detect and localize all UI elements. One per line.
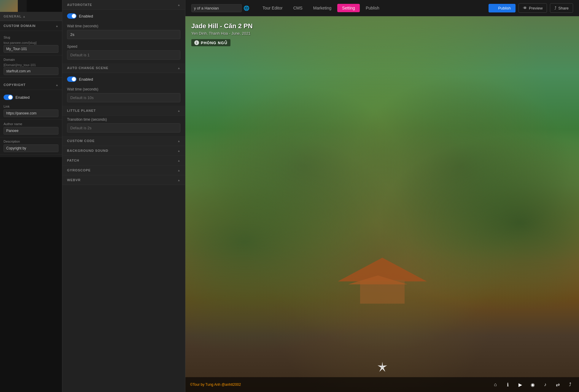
- general-section-header: GENERAL ▲: [0, 12, 62, 21]
- description-input[interactable]: [4, 144, 58, 152]
- little-planet-chevron: ▲: [177, 109, 180, 112]
- info-icon: i: [194, 40, 199, 45]
- tab-tour-editor[interactable]: Tour Editor: [258, 4, 287, 12]
- copyright-title: COPYRIGHT: [4, 83, 26, 87]
- autorotate-chevron: ▲: [177, 3, 180, 7]
- copyright-text: ©Tour by Tung Anh @anhtt2002: [190, 383, 241, 387]
- speed-input[interactable]: [67, 50, 180, 60]
- domain-hint: [Domain]/my_tour-101: [4, 63, 58, 67]
- thumb-item[interactable]: [0, 0, 18, 12]
- share-button[interactable]: ⤴ Share: [550, 3, 573, 13]
- preview-bottom-bar: ©Tour by Tung Anh @anhtt2002 ⌂ ℹ ▶ ◉ ♪ ⇄…: [185, 377, 579, 392]
- tab-publish[interactable]: Publish: [361, 4, 384, 12]
- slug-field-group: Slug tour.panoee.com/[slug]: [0, 33, 62, 55]
- auto-change-toggle[interactable]: [67, 77, 77, 82]
- home-icon[interactable]: ⌂: [491, 380, 500, 389]
- transition-input[interactable]: [67, 123, 180, 133]
- custom-domain-section-header[interactable]: CUSTOM DOMAIN ▲: [0, 21, 62, 31]
- publish-dot: [493, 7, 496, 9]
- webvr-chevron: ▲: [177, 179, 180, 182]
- auto-change-content: Enabled Wait time (seconds): [62, 73, 185, 106]
- preview-label: Preview: [529, 6, 543, 10]
- custom-domain-content: Slug tour.panoee.com/[slug] Domain [Doma…: [0, 31, 62, 80]
- webvr-section-header[interactable]: WEBVR ▲: [62, 175, 185, 185]
- transition-label: Transition time (seconds): [67, 117, 180, 122]
- bottom-icons: ⌂ ℹ ▶ ◉ ♪ ⇄ ⤴: [491, 380, 574, 389]
- preview-subtitle: Yen Dinh, Thanh Hoa - June, 2021: [191, 31, 253, 36]
- little-planet-section-header[interactable]: LITTLE PLANET ▲: [62, 106, 185, 116]
- custom-code-title: CUSTOM CODE: [67, 139, 95, 143]
- tab-cms[interactable]: CMS: [289, 4, 307, 12]
- auto-wait-time-input[interactable]: [67, 93, 180, 102]
- thumb-item[interactable]: [18, 0, 27, 12]
- autorotate-toggle-row: Enabled: [62, 10, 185, 22]
- bg-sound-title: BACKGROUND SOUND: [67, 149, 108, 152]
- copyright-chevron: ▲: [55, 83, 58, 87]
- tab-setting[interactable]: Setting: [337, 4, 360, 12]
- temple-structure: [338, 258, 427, 317]
- custom-code-chevron: ▲: [177, 139, 180, 143]
- page-title-input[interactable]: [191, 4, 242, 12]
- star-logo-container: [376, 361, 388, 374]
- transition-group: Transition time (seconds): [62, 116, 185, 136]
- custom-code-section-header[interactable]: CUSTOM CODE ▲: [62, 136, 185, 146]
- badge-text: PHÒNG NGỦ: [201, 41, 228, 45]
- link-input[interactable]: [4, 109, 58, 117]
- autorotate-section-header[interactable]: AUTOROTATE ▲: [62, 0, 185, 10]
- autorotate-toggle[interactable]: [67, 13, 77, 19]
- eye-icon[interactable]: ◉: [529, 380, 537, 389]
- info-badge: i PHÒNG NGỦ: [191, 39, 230, 46]
- slug-input[interactable]: [4, 45, 58, 53]
- copyright-author: Tung Anh @anhtt2002: [205, 383, 241, 387]
- auto-change-knob: [72, 77, 76, 81]
- copyright-prefix: ©Tour by: [190, 383, 204, 387]
- domain-label: Domain: [4, 58, 58, 61]
- domain-field-group: Domain [Domain]/my_tour-101: [0, 55, 62, 78]
- share-bottom-icon[interactable]: ⤴: [566, 380, 574, 389]
- gyroscope-title: GYROSCOPE: [67, 168, 91, 172]
- publish-button[interactable]: Publish: [489, 4, 516, 12]
- speed-label: Speed: [67, 44, 180, 49]
- autorotate-knob: [72, 14, 76, 18]
- page-title-area: 🌐: [191, 4, 249, 12]
- copyright-toggle[interactable]: [4, 95, 13, 100]
- copyright-content: Enabled Link Author name Description: [0, 90, 62, 157]
- landscape-overlay: [185, 16, 579, 392]
- info-bottom-icon[interactable]: ℹ: [504, 380, 512, 389]
- globe-icon[interactable]: 🌐: [244, 5, 249, 11]
- toggle-knob: [8, 95, 12, 99]
- little-planet-content: Transition time (seconds): [62, 116, 185, 136]
- wait-time-input[interactable]: [67, 30, 180, 39]
- patch-title: PATCH: [67, 159, 79, 162]
- author-input[interactable]: [4, 127, 58, 135]
- author-label: Author name: [4, 122, 58, 126]
- general-chevron: ▲: [23, 15, 26, 18]
- left-settings-panel: GENERAL ▲ CUSTOM DOMAIN ▲ Slug tour.pano…: [0, 0, 62, 392]
- tab-marketing[interactable]: Marketing: [308, 4, 336, 12]
- bg-sound-section-header[interactable]: BACKGROUND SOUND ▲: [62, 146, 185, 156]
- webvr-title: WEBVR: [67, 178, 81, 182]
- bg-sound-chevron: ▲: [177, 149, 180, 152]
- gyroscope-section-header[interactable]: GYROSCOPE ▲: [62, 165, 185, 175]
- link-field-group: Link: [0, 102, 62, 120]
- slug-hint: tour.panoee.com/[slug]: [4, 40, 58, 45]
- preview-button[interactable]: 👁 Preview: [518, 3, 547, 13]
- play-icon[interactable]: ▶: [516, 380, 524, 389]
- sound-icon[interactable]: ♪: [541, 380, 549, 389]
- nav-actions: Publish 👁 Preview ⤴ Share: [489, 3, 573, 13]
- middle-settings-panel: AUTOROTATE ▲ Enabled Wait time (seconds)…: [62, 0, 185, 392]
- auto-change-toggle-label: Enabled: [79, 77, 93, 82]
- custom-domain-title: CUSTOM DOMAIN: [4, 24, 36, 28]
- autorotate-title: AUTOROTATE: [67, 3, 92, 7]
- share-label: Share: [558, 6, 569, 10]
- autorotate-toggle-label: Enabled: [79, 14, 93, 18]
- gyroscope-chevron: ▲: [177, 169, 180, 172]
- patch-section-header[interactable]: PATCH ▲: [62, 156, 185, 165]
- patch-chevron: ▲: [177, 159, 180, 162]
- auto-change-section-header[interactable]: AUTO CHANGE SCENE ▲: [62, 63, 185, 73]
- shuffle-icon[interactable]: ⇄: [553, 380, 562, 389]
- domain-input[interactable]: [4, 67, 58, 75]
- copyright-section-header[interactable]: COPYRIGHT ▲: [0, 80, 62, 90]
- description-field-group: Description: [0, 137, 62, 155]
- auto-change-chevron: ▲: [177, 66, 180, 70]
